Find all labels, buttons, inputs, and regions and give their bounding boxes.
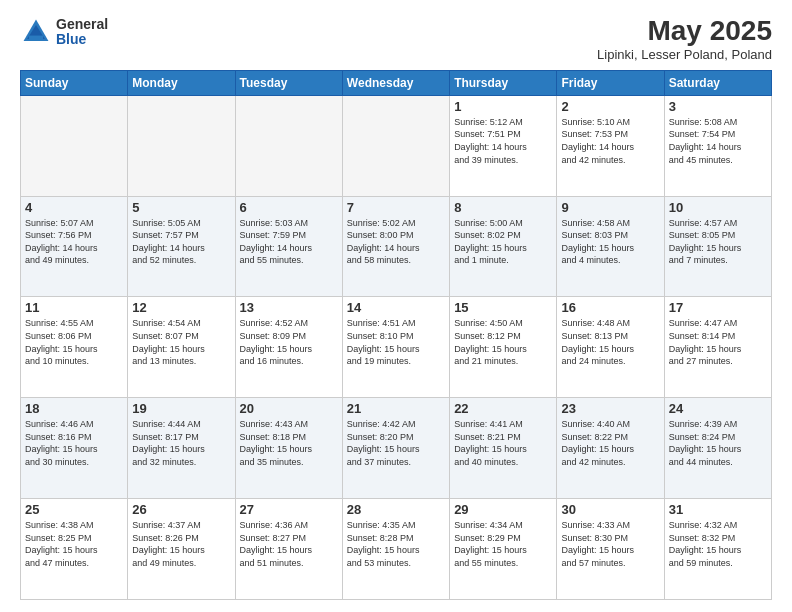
day-info: Sunrise: 4:55 AM Sunset: 8:06 PM Dayligh… — [25, 317, 123, 367]
day-info: Sunrise: 4:51 AM Sunset: 8:10 PM Dayligh… — [347, 317, 445, 367]
day-info: Sunrise: 4:37 AM Sunset: 8:26 PM Dayligh… — [132, 519, 230, 569]
calendar-cell: 6Sunrise: 5:03 AM Sunset: 7:59 PM Daylig… — [235, 196, 342, 297]
day-info: Sunrise: 5:10 AM Sunset: 7:53 PM Dayligh… — [561, 116, 659, 166]
col-header-sunday: Sunday — [21, 70, 128, 95]
day-number: 19 — [132, 401, 230, 416]
col-header-friday: Friday — [557, 70, 664, 95]
calendar-cell: 3Sunrise: 5:08 AM Sunset: 7:54 PM Daylig… — [664, 95, 771, 196]
day-number: 16 — [561, 300, 659, 315]
day-number: 22 — [454, 401, 552, 416]
logo-blue-text: Blue — [56, 32, 108, 47]
day-info: Sunrise: 5:12 AM Sunset: 7:51 PM Dayligh… — [454, 116, 552, 166]
title-block: May 2025 Lipinki, Lesser Poland, Poland — [597, 16, 772, 62]
col-header-thursday: Thursday — [450, 70, 557, 95]
calendar-cell: 18Sunrise: 4:46 AM Sunset: 8:16 PM Dayli… — [21, 398, 128, 499]
calendar-cell — [235, 95, 342, 196]
calendar-cell: 23Sunrise: 4:40 AM Sunset: 8:22 PM Dayli… — [557, 398, 664, 499]
day-number: 21 — [347, 401, 445, 416]
day-number: 7 — [347, 200, 445, 215]
day-number: 23 — [561, 401, 659, 416]
col-header-monday: Monday — [128, 70, 235, 95]
day-info: Sunrise: 4:34 AM Sunset: 8:29 PM Dayligh… — [454, 519, 552, 569]
calendar-cell: 28Sunrise: 4:35 AM Sunset: 8:28 PM Dayli… — [342, 499, 449, 600]
calendar-cell: 22Sunrise: 4:41 AM Sunset: 8:21 PM Dayli… — [450, 398, 557, 499]
col-header-tuesday: Tuesday — [235, 70, 342, 95]
day-info: Sunrise: 4:38 AM Sunset: 8:25 PM Dayligh… — [25, 519, 123, 569]
day-number: 4 — [25, 200, 123, 215]
calendar-cell: 5Sunrise: 5:05 AM Sunset: 7:57 PM Daylig… — [128, 196, 235, 297]
calendar-cell: 10Sunrise: 4:57 AM Sunset: 8:05 PM Dayli… — [664, 196, 771, 297]
day-info: Sunrise: 4:46 AM Sunset: 8:16 PM Dayligh… — [25, 418, 123, 468]
logo-icon — [20, 16, 52, 48]
calendar-cell: 19Sunrise: 4:44 AM Sunset: 8:17 PM Dayli… — [128, 398, 235, 499]
day-info: Sunrise: 5:03 AM Sunset: 7:59 PM Dayligh… — [240, 217, 338, 267]
calendar-cell: 26Sunrise: 4:37 AM Sunset: 8:26 PM Dayli… — [128, 499, 235, 600]
day-number: 30 — [561, 502, 659, 517]
calendar-cell: 30Sunrise: 4:33 AM Sunset: 8:30 PM Dayli… — [557, 499, 664, 600]
main-title: May 2025 — [597, 16, 772, 47]
calendar-cell: 29Sunrise: 4:34 AM Sunset: 8:29 PM Dayli… — [450, 499, 557, 600]
calendar-cell: 27Sunrise: 4:36 AM Sunset: 8:27 PM Dayli… — [235, 499, 342, 600]
day-info: Sunrise: 5:08 AM Sunset: 7:54 PM Dayligh… — [669, 116, 767, 166]
day-number: 24 — [669, 401, 767, 416]
day-number: 31 — [669, 502, 767, 517]
subtitle: Lipinki, Lesser Poland, Poland — [597, 47, 772, 62]
calendar-cell: 11Sunrise: 4:55 AM Sunset: 8:06 PM Dayli… — [21, 297, 128, 398]
calendar-table: SundayMondayTuesdayWednesdayThursdayFrid… — [20, 70, 772, 600]
calendar-week-row: 11Sunrise: 4:55 AM Sunset: 8:06 PM Dayli… — [21, 297, 772, 398]
day-number: 8 — [454, 200, 552, 215]
day-info: Sunrise: 4:58 AM Sunset: 8:03 PM Dayligh… — [561, 217, 659, 267]
day-number: 6 — [240, 200, 338, 215]
day-info: Sunrise: 5:07 AM Sunset: 7:56 PM Dayligh… — [25, 217, 123, 267]
calendar-cell: 1Sunrise: 5:12 AM Sunset: 7:51 PM Daylig… — [450, 95, 557, 196]
calendar-cell: 21Sunrise: 4:42 AM Sunset: 8:20 PM Dayli… — [342, 398, 449, 499]
day-number: 2 — [561, 99, 659, 114]
day-info: Sunrise: 5:00 AM Sunset: 8:02 PM Dayligh… — [454, 217, 552, 267]
day-info: Sunrise: 4:36 AM Sunset: 8:27 PM Dayligh… — [240, 519, 338, 569]
day-number: 18 — [25, 401, 123, 416]
calendar-cell — [342, 95, 449, 196]
calendar-cell — [128, 95, 235, 196]
day-info: Sunrise: 4:39 AM Sunset: 8:24 PM Dayligh… — [669, 418, 767, 468]
day-info: Sunrise: 4:40 AM Sunset: 8:22 PM Dayligh… — [561, 418, 659, 468]
calendar-cell: 2Sunrise: 5:10 AM Sunset: 7:53 PM Daylig… — [557, 95, 664, 196]
calendar-cell — [21, 95, 128, 196]
day-number: 28 — [347, 502, 445, 517]
calendar-week-row: 18Sunrise: 4:46 AM Sunset: 8:16 PM Dayli… — [21, 398, 772, 499]
day-number: 15 — [454, 300, 552, 315]
day-info: Sunrise: 5:05 AM Sunset: 7:57 PM Dayligh… — [132, 217, 230, 267]
calendar-cell: 25Sunrise: 4:38 AM Sunset: 8:25 PM Dayli… — [21, 499, 128, 600]
day-info: Sunrise: 4:32 AM Sunset: 8:32 PM Dayligh… — [669, 519, 767, 569]
calendar-cell: 14Sunrise: 4:51 AM Sunset: 8:10 PM Dayli… — [342, 297, 449, 398]
day-info: Sunrise: 4:57 AM Sunset: 8:05 PM Dayligh… — [669, 217, 767, 267]
day-number: 12 — [132, 300, 230, 315]
day-number: 9 — [561, 200, 659, 215]
calendar-cell: 20Sunrise: 4:43 AM Sunset: 8:18 PM Dayli… — [235, 398, 342, 499]
header: General Blue May 2025 Lipinki, Lesser Po… — [20, 16, 772, 62]
day-info: Sunrise: 4:44 AM Sunset: 8:17 PM Dayligh… — [132, 418, 230, 468]
day-info: Sunrise: 4:47 AM Sunset: 8:14 PM Dayligh… — [669, 317, 767, 367]
day-info: Sunrise: 4:42 AM Sunset: 8:20 PM Dayligh… — [347, 418, 445, 468]
day-number: 11 — [25, 300, 123, 315]
page: General Blue May 2025 Lipinki, Lesser Po… — [0, 0, 792, 612]
day-info: Sunrise: 4:54 AM Sunset: 8:07 PM Dayligh… — [132, 317, 230, 367]
logo-general: General — [56, 17, 108, 32]
calendar-cell: 24Sunrise: 4:39 AM Sunset: 8:24 PM Dayli… — [664, 398, 771, 499]
calendar-week-row: 25Sunrise: 4:38 AM Sunset: 8:25 PM Dayli… — [21, 499, 772, 600]
day-info: Sunrise: 4:48 AM Sunset: 8:13 PM Dayligh… — [561, 317, 659, 367]
col-header-saturday: Saturday — [664, 70, 771, 95]
day-number: 1 — [454, 99, 552, 114]
calendar-week-row: 1Sunrise: 5:12 AM Sunset: 7:51 PM Daylig… — [21, 95, 772, 196]
day-number: 3 — [669, 99, 767, 114]
day-info: Sunrise: 4:50 AM Sunset: 8:12 PM Dayligh… — [454, 317, 552, 367]
day-info: Sunrise: 4:35 AM Sunset: 8:28 PM Dayligh… — [347, 519, 445, 569]
day-number: 25 — [25, 502, 123, 517]
calendar-cell: 8Sunrise: 5:00 AM Sunset: 8:02 PM Daylig… — [450, 196, 557, 297]
logo-text: General Blue — [56, 17, 108, 48]
day-info: Sunrise: 5:02 AM Sunset: 8:00 PM Dayligh… — [347, 217, 445, 267]
day-info: Sunrise: 4:43 AM Sunset: 8:18 PM Dayligh… — [240, 418, 338, 468]
day-info: Sunrise: 4:41 AM Sunset: 8:21 PM Dayligh… — [454, 418, 552, 468]
day-number: 27 — [240, 502, 338, 517]
day-number: 10 — [669, 200, 767, 215]
day-number: 14 — [347, 300, 445, 315]
